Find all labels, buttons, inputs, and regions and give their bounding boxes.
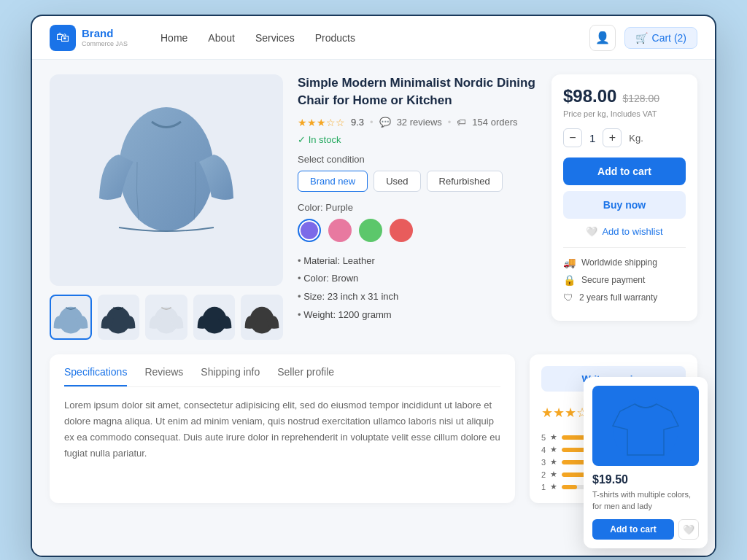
buy-now-button[interactable]: Buy now	[563, 191, 686, 219]
condition-brand-new[interactable]: Brand new	[298, 171, 368, 192]
tab-specifications[interactable]: Specifications	[64, 366, 127, 386]
qty-decrease[interactable]: −	[563, 128, 582, 147]
feature-color: Color: Brown	[298, 270, 537, 288]
shipping-secure: 🔒 Secure payment	[563, 274, 686, 286]
tab-seller[interactable]: Seller profile	[277, 366, 334, 386]
thumbnail-1[interactable]	[50, 295, 92, 340]
card-add-to-cart[interactable]: Add to cart	[592, 519, 674, 540]
cart-label: Cart (2)	[652, 32, 686, 44]
stock-status: In stock	[298, 134, 537, 145]
main-product-image	[50, 74, 283, 286]
heart-icon: 🤍	[586, 226, 597, 237]
brand-name: Brand	[82, 28, 128, 40]
svg-point-0	[119, 107, 214, 231]
swatch-pink[interactable]	[328, 219, 352, 242]
main-content: Simple Modern Minimalist Nordic Dining C…	[32, 60, 715, 556]
shipping-icon: 🚚	[563, 257, 576, 268]
feature-material: Material: Leather	[298, 252, 537, 271]
shipping-worldwide: 🚚 Worldwide shipping	[563, 257, 686, 268]
condition-buttons: Brand new Used Refurbished	[298, 171, 537, 192]
condition-refurbished[interactable]: Refurbished	[427, 171, 503, 192]
feature-weight: Weight: 1200 gramm	[298, 306, 537, 324]
nav-about[interactable]: About	[208, 32, 235, 44]
product-images	[50, 74, 283, 340]
nav-links: Home About Services Products	[160, 32, 566, 44]
tabs-section: Specifications Reviews Shipping info Sel…	[50, 354, 515, 503]
thumbnail-3[interactable]	[145, 295, 187, 340]
product-features: Material: Leather Color: Brown Size: 23 …	[298, 252, 537, 324]
card-product-image	[592, 386, 699, 466]
product-card-floating: $19.50 T-shirts with multiple colors, fo…	[584, 377, 708, 548]
thumbnail-2[interactable]	[98, 295, 140, 340]
card-actions: Add to cart 🤍	[592, 519, 699, 540]
feature-size: Size: 23 inch x 31 inch	[298, 288, 537, 306]
nav-home[interactable]: Home	[160, 32, 187, 44]
quantity-row: − 1 + Kg.	[563, 128, 686, 147]
wishlist-label: Add to wishlist	[602, 226, 662, 237]
qty-unit: Kg.	[629, 133, 643, 144]
swatch-red[interactable]	[390, 219, 413, 242]
review-icon: 💬	[379, 117, 391, 128]
nav-actions: 👤 🛒 Cart (2)	[589, 25, 697, 51]
price-old: $128.00	[622, 93, 659, 104]
condition-label: Select condition	[298, 154, 537, 165]
rating-number: 9.3	[351, 117, 364, 128]
navbar: 🛍 Brand Commerce JAS Home About Services…	[32, 16, 715, 60]
shield-icon: 🛡	[563, 292, 573, 303]
card-wishlist-button[interactable]: 🤍	[678, 519, 699, 540]
product-info: Simple Modern Minimalist Nordic Dining C…	[298, 74, 537, 340]
star-icon: ★	[550, 432, 557, 442]
tab-content: Lorem ipsum dolor sit amet, consectetur …	[64, 397, 500, 462]
cart-button[interactable]: 🛒 Cart (2)	[624, 27, 697, 49]
nav-products[interactable]: Products	[315, 32, 355, 44]
brand-logo[interactable]: 🛍 Brand Commerce JAS	[50, 25, 137, 51]
orders-icon: 🏷	[457, 117, 466, 128]
review-count: 32 reviews	[397, 117, 442, 128]
swatch-green[interactable]	[359, 219, 382, 242]
star-icon: ★	[550, 470, 557, 479]
product-title: Simple Modern Minimalist Nordic Dining C…	[298, 74, 537, 109]
swatch-purple[interactable]	[298, 219, 321, 242]
stars: ★★★☆☆	[298, 117, 345, 128]
star-icon: ★	[550, 445, 557, 454]
order-count: 154 orders	[472, 117, 517, 128]
qty-increase[interactable]: +	[603, 128, 622, 147]
tab-shipping[interactable]: Shipping info	[201, 366, 260, 386]
thumbnail-row	[50, 295, 283, 340]
user-button[interactable]: 👤	[589, 25, 616, 51]
product-section: Simple Modern Minimalist Nordic Dining C…	[50, 74, 697, 340]
price-note: Price per kg, Includes VAT	[563, 109, 686, 118]
thumbnail-5[interactable]	[241, 295, 283, 340]
star-icon: ★	[550, 457, 557, 467]
cart-icon: 🛒	[635, 32, 648, 44]
lock-icon: 🔒	[563, 274, 576, 286]
product-meta: ★★★☆☆ 9.3 • 💬 32 reviews • 🏷 154 orders	[298, 117, 537, 128]
brand-icon: 🛍	[50, 25, 76, 51]
add-to-cart-button[interactable]: Add to cart	[563, 158, 686, 185]
card-desc: T-shirts with multiple colors, for men a…	[592, 489, 699, 512]
shipping-warranty: 🛡 2 years full warranty	[563, 292, 686, 303]
bar-fill-1	[562, 485, 576, 489]
tab-reviews[interactable]: Reviews	[144, 366, 183, 386]
card-price: $19.50	[592, 473, 699, 486]
nav-services[interactable]: Services	[255, 32, 295, 44]
color-swatches	[298, 219, 537, 242]
star-icon: ★	[550, 482, 557, 491]
color-label: Color: Purple	[298, 202, 537, 213]
qty-value: 1	[589, 132, 595, 144]
thumbnail-4[interactable]	[193, 295, 236, 340]
brand-sub: Commerce JAS	[82, 40, 128, 47]
condition-used[interactable]: Used	[374, 171, 420, 192]
tabs: Specifications Reviews Shipping info Sel…	[64, 366, 500, 387]
add-to-wishlist-button[interactable]: 🤍 Add to wishlist	[563, 226, 686, 237]
price-panel: $98.00 $128.00 Price per kg, Includes VA…	[551, 74, 697, 321]
price-row: $98.00 $128.00	[563, 86, 686, 106]
price-current: $98.00	[563, 86, 616, 106]
shipping-features: 🚚 Worldwide shipping 🔒 Secure payment 🛡 …	[563, 247, 686, 303]
